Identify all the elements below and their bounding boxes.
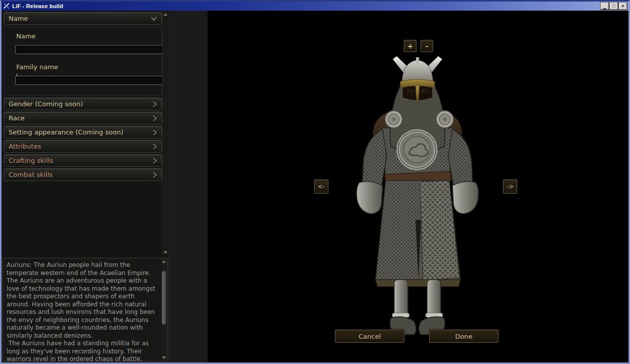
section-header-gender[interactable]: Gender (Coming soon) — [4, 98, 162, 110]
chevron-right-icon — [152, 129, 157, 136]
section-header-race[interactable]: Race — [4, 112, 162, 124]
titlebar[interactable]: LiF - Release build ▁ □ × — [2, 2, 628, 11]
cancel-button[interactable]: Cancel — [335, 330, 404, 343]
name-form-panel: Name Family name — [4, 26, 162, 96]
window-title: LiF - Release build — [12, 2, 601, 11]
rotate-right-button[interactable]: -> — [503, 179, 517, 194]
minimize-button[interactable]: ▁ — [601, 3, 609, 10]
app-window: LiF - Release build ▁ □ × Name Name — [0, 0, 630, 364]
section-header-combat-skills[interactable]: Combat skills — [4, 168, 162, 181]
section-label: Attributes — [9, 143, 152, 150]
chevron-right-icon — [152, 101, 157, 108]
zoom-in-button[interactable]: + — [404, 40, 416, 52]
sidebar: Name Name Family name Gender (Coming soo… — [2, 11, 169, 362]
sidebar-panels: Name Name Family name Gender (Coming soo… — [4, 12, 162, 183]
race-description-text: Auriuns: The Auriun people hail from the… — [7, 261, 159, 361]
rotate-left-button[interactable]: <- — [314, 179, 328, 194]
app-icon — [3, 3, 10, 10]
section-label: Setting appearance (Coming soon) — [9, 128, 152, 136]
section-label: Combat skills — [9, 171, 152, 178]
chevron-down-icon — [150, 16, 157, 21]
scrollbar-thumb[interactable] — [162, 271, 166, 325]
chevron-right-icon — [152, 157, 157, 164]
description-scrollbar[interactable] — [161, 259, 167, 360]
scroll-down-arrow-icon[interactable] — [163, 251, 167, 254]
done-button[interactable]: Done — [429, 330, 498, 343]
family-name-field-label: Family name — [16, 63, 58, 71]
scroll-up-arrow-icon[interactable] — [163, 13, 167, 16]
name-field-label: Name — [16, 32, 35, 40]
chevron-right-icon — [152, 115, 157, 122]
chevron-right-icon — [152, 171, 157, 178]
race-description-panel: Auriuns: The Auriun people hail from the… — [3, 258, 168, 361]
section-header-setting-appearance[interactable]: Setting appearance (Coming soon) — [4, 126, 162, 139]
section-label: Race — [9, 114, 152, 122]
section-header-name[interactable]: Name — [4, 12, 162, 25]
scroll-down-arrow-icon[interactable] — [162, 356, 166, 359]
content-area: Name Name Family name Gender (Coming soo… — [2, 11, 628, 362]
section-label: Name — [9, 15, 150, 22]
chevron-right-icon — [152, 143, 157, 150]
section-header-attributes[interactable]: Attributes — [4, 140, 162, 153]
maximize-button[interactable]: □ — [610, 3, 618, 10]
section-label: Gender (Coming soon) — [9, 100, 152, 108]
close-button[interactable]: × — [619, 3, 627, 10]
family-name-input[interactable] — [15, 76, 162, 85]
zoom-out-button[interactable]: - — [421, 40, 433, 52]
section-header-crafting-skills[interactable]: Crafting skills — [4, 154, 162, 167]
scroll-up-arrow-icon[interactable] — [162, 260, 166, 263]
name-input[interactable] — [15, 45, 162, 54]
section-label: Crafting skills — [9, 157, 152, 164]
sidebar-scrollbar[interactable] — [162, 12, 168, 255]
character-model[interactable] — [334, 53, 501, 342]
window-controls: ▁ □ × — [601, 3, 627, 10]
